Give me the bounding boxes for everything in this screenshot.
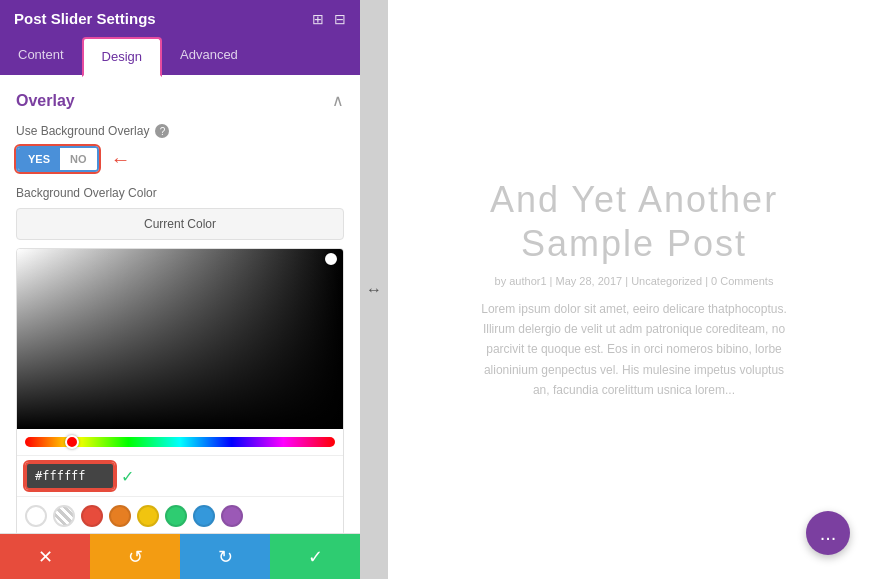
- color-picker-cursor: [325, 253, 337, 265]
- swatch-transparent[interactable]: [53, 505, 75, 527]
- hex-input-row: ✓ ←: [17, 455, 343, 496]
- tab-content[interactable]: Content: [0, 37, 82, 75]
- yes-button[interactable]: YES: [18, 148, 60, 170]
- swatch-purple[interactable]: [221, 505, 243, 527]
- slide-content: And Yet Another Sample Post by author1 |…: [388, 158, 880, 420]
- slide-excerpt: Lorem ipsum dolor sit amet, eeiro delica…: [474, 299, 794, 401]
- hue-slider-row: [17, 429, 343, 455]
- expand-icon[interactable]: ⊞: [312, 11, 324, 27]
- overlay-title: Overlay: [16, 92, 75, 110]
- redo-button[interactable]: ↻: [180, 534, 270, 579]
- preview-panel: And Yet Another Sample Post by author1 |…: [388, 0, 880, 579]
- swatch-blue[interactable]: [193, 505, 215, 527]
- bg-overlay-color-label: Background Overlay Color: [16, 186, 344, 200]
- swatch-yellow[interactable]: [137, 505, 159, 527]
- confirm-button[interactable]: ✓: [270, 534, 360, 579]
- fab-dots-icon: ...: [820, 522, 837, 545]
- hue-slider-thumb: [65, 435, 79, 449]
- slide-title: And Yet Another Sample Post: [428, 178, 840, 264]
- tabs-bar: Content Design Advanced: [0, 37, 360, 75]
- color-gradient-field[interactable]: [17, 249, 343, 429]
- swatch-white[interactable]: [25, 505, 47, 527]
- panel-content: Overlay ∧ Use Background Overlay ? YES N…: [0, 75, 360, 533]
- yes-no-toggle[interactable]: YES NO: [16, 146, 99, 172]
- panel-title: Post Slider Settings: [14, 10, 156, 27]
- fab-button[interactable]: ...: [806, 511, 850, 555]
- panel-resize-handle[interactable]: ↔: [360, 0, 388, 579]
- columns-icon[interactable]: ⊟: [334, 11, 346, 27]
- swatch-red[interactable]: [81, 505, 103, 527]
- section-collapse-icon[interactable]: ∧: [332, 91, 344, 110]
- tab-design[interactable]: Design: [82, 37, 162, 77]
- settings-panel: Post Slider Settings ⊞ ⊟ Content Design …: [0, 0, 360, 579]
- overlay-section-header: Overlay ∧: [16, 91, 344, 110]
- help-icon[interactable]: ?: [155, 124, 169, 138]
- panel-header: Post Slider Settings ⊞ ⊟: [0, 0, 360, 37]
- tab-advanced[interactable]: Advanced: [162, 37, 256, 75]
- color-swatches: [17, 496, 343, 533]
- cancel-button[interactable]: ✕: [0, 534, 90, 579]
- hue-slider[interactable]: [25, 437, 335, 447]
- swatch-orange[interactable]: [109, 505, 131, 527]
- gradient-dark-overlay: [17, 249, 343, 429]
- color-picker[interactable]: ✓ ←: [16, 248, 344, 533]
- header-icons: ⊞ ⊟: [312, 11, 346, 27]
- bottom-toolbar: ✕ ↺ ↻ ✓: [0, 533, 360, 579]
- use-background-overlay-label: Use Background Overlay ?: [16, 124, 344, 138]
- slide-meta: by author1 | May 28, 2017 | Uncategorize…: [428, 275, 840, 287]
- toggle-arrow-indicator: ←: [111, 148, 131, 171]
- background-overlay-toggle-row: YES NO ←: [16, 146, 344, 172]
- resize-arrow-icon: ↔: [366, 281, 382, 299]
- reset-button[interactable]: ↺: [90, 534, 180, 579]
- no-button[interactable]: NO: [60, 148, 97, 170]
- swatch-green[interactable]: [165, 505, 187, 527]
- confirm-color-icon[interactable]: ✓: [121, 467, 134, 486]
- hex-input[interactable]: [25, 462, 115, 490]
- current-color-button[interactable]: Current Color: [16, 208, 344, 240]
